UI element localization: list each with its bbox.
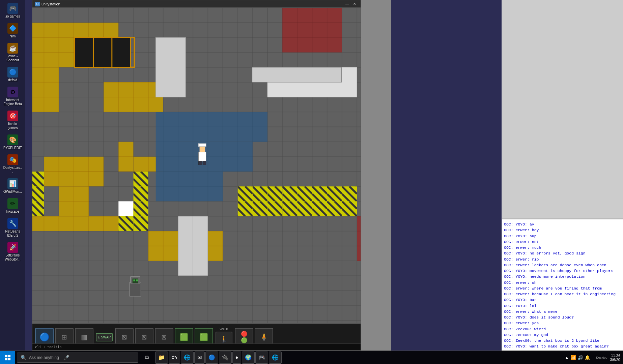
game-window-icon: U [35,2,40,6]
desktop-icon-nim[interactable]: 🔷 Nim [2,22,24,40]
taskbar-search-bar[interactable]: 🔍 Ask me anything 🎤 [17,353,138,363]
io-games-label: .io games [5,14,20,19]
status-text: cli + tooltip [35,345,61,349]
desktop-icon-itch[interactable]: 🎯 itch.io games [2,109,24,131]
inkscape-icon: ✏ [7,198,18,209]
svg-rect-80 [8,358,10,360]
hud-swap-button[interactable]: E SWAP [96,333,113,341]
svg-rect-37 [312,186,327,216]
chat-msg-11: OOC: erwer: oh [504,280,621,285]
chat-msg-17: OOC: YOYO: does it sound loud? [504,314,621,320]
svg-rect-75 [32,172,44,216]
chat-msg-4: OOC: erwer: not [504,239,621,245]
desktop-icon-gwidlmon[interactable]: 📊 GWidlMon... [2,177,24,195]
chat-msg-9: OOC: YOYO: movement is choppy for other … [504,268,621,274]
chat-msg-5: OOC: erwer: much [504,245,621,250]
search-icon: 🔍 [21,355,26,360]
intersect-label: Intersect Engine Beta [3,98,22,106]
task-view-button[interactable]: ⧉ [140,351,153,364]
taskbar-app-browser[interactable]: 🌐 [181,352,194,364]
taskbar-app-explorer[interactable]: 📁 [155,352,168,364]
chat-msg-15: OOC: YOYO: lol [504,303,621,309]
svg-rect-70 [133,279,135,281]
taskbar-app-network[interactable]: 🌐 [269,352,282,364]
media-icon: 🎮 [258,354,265,361]
browser-icon: 🌐 [184,354,191,361]
svg-rect-39 [118,201,133,216]
ftp-icon: 🔌 [222,354,229,361]
desktop-icon-intersect[interactable]: ⚙ Intersect Engine Beta [2,85,24,108]
game-titlebar: U unitystation — ✕ [32,0,361,8]
desktop-icon-jetbrains[interactable]: 🚀 JetBrains WebStor... [2,241,24,263]
system-tray: ▲ 📶 🔊 🔔 [562,355,593,360]
svg-rect-79 [5,358,7,360]
taskbar-search-placeholder: Ask me anything [29,355,59,360]
svg-rect-29 [156,112,178,172]
desktop-icon-netbeans[interactable]: 🔧 NetBeans IDE 8.2 [2,217,24,239]
desktop-icon-defold[interactable]: 🔵 defold [2,65,24,84]
svg-rect-25 [208,231,223,261]
time-display: 11:26 [611,354,620,358]
svg-rect-54 [199,161,202,165]
taskbar-app-media[interactable]: 🎮 [255,352,268,364]
svg-rect-78 [8,355,10,357]
microphone-icon[interactable]: 🎤 [63,355,69,360]
svg-rect-52 [199,146,205,152]
pyxeledit-label: PYXELEDIT [3,146,22,150]
close-button[interactable]: ✕ [351,1,358,7]
chat-msg-2: OOC: erwer: hey [504,227,621,233]
network-status-icon[interactable]: 📶 [570,355,576,360]
netbeans-label: NetBeans IDE 8.2 [3,230,22,238]
jetbrains-label: JetBrains WebStor... [3,253,22,262]
defold-label: defold [8,78,17,82]
itch-label: itch.io games [3,122,22,130]
desktop-icon-duelyst[interactable]: 🎭 DuelystLau... [2,153,24,175]
chat-msg-22: OOC: YOYO: want to make chat box great a… [504,343,621,349]
desktop-icon-pyxeledit[interactable]: 🎨 PYXELEDIT [2,133,24,151]
taskbar-app-mail[interactable]: ✉ [194,352,205,364]
svg-rect-26 [178,112,267,142]
chat-msg-14: OOC: YOYO: bar [504,297,621,303]
desktop-icon-javac[interactable]: ☕ javac - Shortcut [2,41,24,64]
duelyst-icon: 🎭 [7,154,18,165]
taskbar-app-store[interactable]: 🛍 [169,352,180,364]
svg-rect-30 [178,172,223,201]
svg-rect-49 [93,37,112,67]
taskbar-clock[interactable]: 11:26 3/6/20 [610,354,620,362]
chat-msg-3: OOC: YOYO: sup [504,233,621,239]
svg-rect-42 [133,216,148,231]
duelyst-label: DuelystLau... [3,166,22,174]
chat-msg-6: OOC: YOYO: no errors yet, good sign [504,250,621,256]
windows-logo-icon [5,355,11,361]
svg-rect-71 [136,279,138,281]
svg-rect-43 [156,37,186,97]
minimize-button[interactable]: — [344,1,350,7]
chat-msg-10: OOC: YOYO: needs more interpolation [504,274,621,279]
javac-icon: ☕ [7,43,18,54]
desktop-icon-io-games[interactable]: 🎮 .io games [2,2,24,20]
gray-side-panel [361,0,391,351]
io-games-icon: 🎮 [7,3,18,14]
intersect-icon: ⚙ [7,87,18,97]
taskbar-app-ftp[interactable]: 🔌 [219,352,232,364]
show-desktop-button[interactable]: Desktop [593,356,610,359]
svg-rect-50 [112,37,131,67]
taskbar-app-game[interactable]: ♦ [232,352,241,364]
svg-rect-19 [32,216,133,231]
svg-rect-27 [178,142,253,172]
arrow-up-icon[interactable]: ▲ [565,355,569,360]
javac-label: javac - Shortcut [3,54,22,62]
svg-rect-22 [118,142,133,172]
status-bar: cli + tooltip [32,343,361,350]
volume-icon[interactable]: 🔊 [577,355,583,360]
taskbar-app-chrome[interactable]: 🔵 [205,352,218,364]
chat-messages-area[interactable]: OOC: YOYO: ay OOC: erwer: hey OOC: YOYO:… [502,219,623,351]
notification-icon[interactable]: 🔔 [585,355,590,360]
walk-label: WALK [220,328,228,331]
chat-preview-area [502,0,623,218]
svg-rect-31 [282,8,342,53]
taskbar-app-browser2[interactable]: 🌍 [242,352,255,364]
start-button[interactable] [0,351,15,364]
chat-msg-12: OOC: erwer: where are you firing that fr… [504,285,621,291]
desktop-icon-inkscape[interactable]: ✏ Inkscape [2,197,24,215]
